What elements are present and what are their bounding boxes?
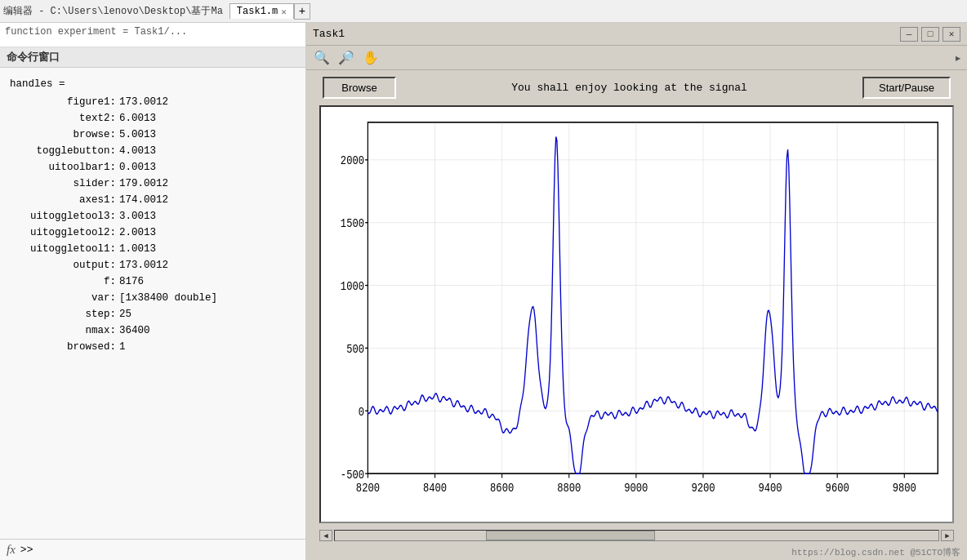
- browse-button[interactable]: Browse: [323, 77, 396, 99]
- command-row: text2: 6.0013: [10, 110, 296, 127]
- svg-text:9400: 9400: [758, 482, 782, 495]
- editor-tab[interactable]: Task1.m ✕: [229, 3, 294, 19]
- command-input[interactable]: [38, 544, 299, 556]
- cmd-row-label: text2:: [10, 110, 116, 127]
- pan-button[interactable]: ✋: [360, 48, 381, 68]
- svg-rect-0: [368, 122, 938, 473]
- svg-text:8600: 8600: [490, 482, 514, 495]
- window-controls: — □ ✕: [900, 27, 960, 42]
- tab-add-button[interactable]: +: [294, 3, 310, 20]
- cmd-row-label: browse:: [10, 127, 116, 143]
- command-row: uitoggletool1: 1.0013: [10, 241, 296, 257]
- command-prompt: fx >>: [0, 539, 305, 560]
- svg-text:8800: 8800: [557, 482, 581, 495]
- scrollbar-thumb[interactable]: [486, 531, 655, 540]
- handles-title: handles =: [10, 76, 296, 92]
- command-row: nmax: 36400: [10, 322, 296, 339]
- watermark: https://blog.csdn.net @51CTO博客: [306, 544, 967, 560]
- figure-toolbar: 🔍 🔎 ✋ ▸: [306, 46, 967, 70]
- cmd-row-label: output:: [10, 257, 116, 273]
- fx-icon: fx: [7, 543, 16, 557]
- svg-text:0: 0: [359, 406, 364, 419]
- zoom-in-button[interactable]: 🔍: [311, 48, 332, 68]
- svg-text:9600: 9600: [826, 482, 849, 495]
- command-row: browsed: 1: [10, 339, 296, 355]
- command-window-header: 命令行窗口: [0, 47, 305, 68]
- cmd-row-value: 5.0013: [119, 127, 156, 143]
- scrollbar-area: ◀ ▶: [314, 527, 959, 544]
- figure-window: Task1 — □ ✕ 🔍 🔎 ✋ ▸ Browse You shall enj…: [306, 23, 967, 560]
- cmd-row-label: uitoggletool3:: [10, 208, 116, 224]
- cmd-row-value: 1.0013: [119, 241, 156, 257]
- svg-text:1000: 1000: [341, 280, 364, 293]
- cmd-row-value: 25: [119, 306, 131, 322]
- controls-row: Browse You shall enjoy looking at the si…: [314, 77, 959, 99]
- tab-label: Task1.m: [237, 6, 278, 17]
- editor-bar: 编辑器 - C:\Users\lenovo\Desktop\基于Ma Task1…: [0, 0, 967, 23]
- cmd-row-label: axes1:: [10, 192, 116, 208]
- main-layout: function experiment = Task1/... 命令行窗口 ha…: [0, 23, 967, 560]
- toolbar-end-arrow: ▸: [954, 50, 962, 66]
- code-snippet: function experiment = Task1/...: [5, 26, 187, 38]
- prompt-symbol: >>: [20, 544, 33, 556]
- cmd-row-label: step:: [10, 306, 116, 322]
- close-button[interactable]: ✕: [942, 27, 960, 42]
- command-row: uitoolbar1: 0.0013: [10, 159, 296, 176]
- plot-svg: -500050010001500200082008400860088009000…: [321, 107, 952, 522]
- svg-text:2000: 2000: [341, 154, 364, 167]
- cmd-row-value: 174.0012: [119, 192, 168, 208]
- cmd-row-value: [1x38400 double]: [119, 290, 217, 306]
- start-pause-button[interactable]: Start/Pause: [862, 77, 951, 99]
- cmd-row-label: uitoggletool2:: [10, 224, 116, 241]
- cmd-row-value: 179.0012: [119, 176, 168, 192]
- cmd-row-label: figure1:: [10, 94, 116, 110]
- command-row: figure1: 173.0012: [10, 94, 296, 110]
- command-rows: figure1: 173.0012text2: 6.0013browse: 5.…: [10, 94, 296, 355]
- svg-text:9000: 9000: [624, 482, 648, 495]
- cmd-row-label: slider:: [10, 176, 116, 192]
- cmd-row-value: 4.0013: [119, 143, 156, 159]
- scroll-left-button[interactable]: ◀: [319, 530, 332, 541]
- svg-text:9800: 9800: [893, 482, 916, 495]
- command-row: uitoggletool3: 3.0013: [10, 208, 296, 224]
- cmd-row-value: 2.0013: [119, 224, 156, 241]
- cmd-row-value: 8176: [119, 273, 144, 290]
- cmd-row-value: 1: [119, 339, 126, 355]
- cmd-row-label: browsed:: [10, 339, 116, 355]
- cmd-row-value: 173.0012: [119, 94, 168, 110]
- cmd-row-value: 173.0012: [119, 257, 168, 273]
- command-window-content: handles = figure1: 173.0012text2: 6.0013…: [0, 68, 305, 539]
- command-row: var: [1x38400 double]: [10, 290, 296, 306]
- cmd-row-value: 6.0013: [119, 110, 156, 127]
- cmd-row-label: f:: [10, 273, 116, 290]
- cmd-row-value: 3.0013: [119, 208, 156, 224]
- editor-title: 编辑器 - C:\Users\lenovo\Desktop\基于Ma: [3, 4, 223, 18]
- maximize-button[interactable]: □: [921, 27, 939, 42]
- zoom-out-button[interactable]: 🔎: [336, 48, 357, 68]
- command-row: slider: 179.0012: [10, 176, 296, 192]
- svg-text:500: 500: [346, 343, 364, 356]
- cmd-row-label: togglebutton:: [10, 143, 116, 159]
- tab-close-icon[interactable]: ✕: [281, 7, 287, 17]
- command-row: togglebutton: 4.0013: [10, 143, 296, 159]
- plot-area: -500050010001500200082008400860088009000…: [319, 105, 954, 523]
- scroll-right-button[interactable]: ▶: [941, 530, 954, 541]
- svg-text:1500: 1500: [341, 217, 364, 230]
- svg-text:8400: 8400: [423, 482, 447, 495]
- cmd-row-label: nmax:: [10, 322, 116, 339]
- cmd-row-value: 0.0013: [119, 159, 156, 176]
- figure-title: Task1: [313, 28, 345, 40]
- minimize-button[interactable]: —: [900, 27, 918, 42]
- command-row: browse: 5.0013: [10, 127, 296, 143]
- svg-text:8200: 8200: [356, 482, 380, 495]
- left-panel: function experiment = Task1/... 命令行窗口 ha…: [0, 23, 306, 560]
- svg-text:-500: -500: [341, 469, 364, 482]
- svg-text:9200: 9200: [691, 482, 715, 495]
- command-row: uitoggletool2: 2.0013: [10, 224, 296, 241]
- command-row: output: 173.0012: [10, 257, 296, 273]
- figure-titlebar: Task1 — □ ✕: [306, 23, 967, 46]
- code-area: function experiment = Task1/...: [0, 23, 305, 47]
- command-row: step: 25: [10, 306, 296, 322]
- cmd-row-label: uitoggletool1:: [10, 241, 116, 257]
- command-row: f: 8176: [10, 273, 296, 290]
